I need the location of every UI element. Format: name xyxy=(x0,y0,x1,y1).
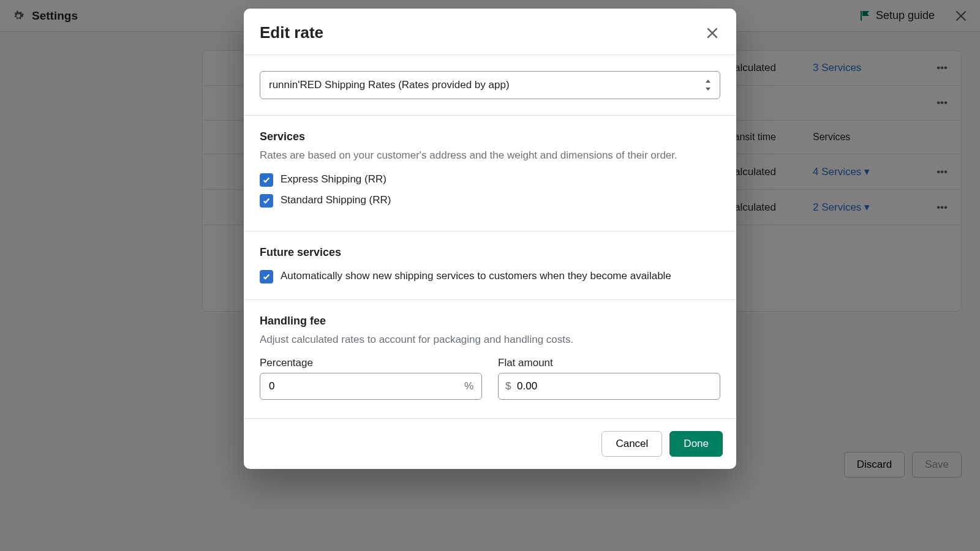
checkbox-label: Standard Shipping (RR) xyxy=(281,194,391,206)
service-checkbox-row[interactable]: Standard Shipping (RR) xyxy=(260,194,720,208)
close-icon[interactable] xyxy=(704,25,720,41)
future-services-section: Future services Automatically show new s… xyxy=(260,246,720,283)
checkbox-checked-icon[interactable] xyxy=(260,194,273,208)
section-subtitle: Rates are based on your customer's addre… xyxy=(260,148,720,163)
modal-header: Edit rate xyxy=(244,9,736,55)
rate-provider-select[interactable]: runnin'RED Shipping Rates (Rates provide… xyxy=(260,71,720,99)
done-button[interactable]: Done xyxy=(669,431,723,457)
select-value: runnin'RED Shipping Rates (Rates provide… xyxy=(260,71,720,99)
flat-amount-input[interactable] xyxy=(498,373,720,400)
modal-overlay: Edit rate runnin'RED Shipping Rates (Rat… xyxy=(0,0,980,551)
percent-symbol: % xyxy=(464,380,473,392)
modal-title: Edit rate xyxy=(260,23,323,42)
section-title: Services xyxy=(260,130,720,143)
percentage-label: Percentage xyxy=(260,357,482,369)
checkbox-label: Express Shipping (RR) xyxy=(281,173,386,186)
checkbox-checked-icon[interactable] xyxy=(260,173,273,187)
future-checkbox-row[interactable]: Automatically show new shipping services… xyxy=(260,270,720,283)
currency-symbol: $ xyxy=(505,380,511,392)
modal-footer: Cancel Done xyxy=(244,418,736,469)
cancel-button[interactable]: Cancel xyxy=(601,431,662,457)
section-title: Handling fee xyxy=(260,315,720,328)
section-title: Future services xyxy=(260,246,720,259)
checkbox-label: Automatically show new shipping services… xyxy=(281,270,671,282)
service-checkbox-row[interactable]: Express Shipping (RR) xyxy=(260,173,720,187)
services-section: Services Rates are based on your custome… xyxy=(260,130,720,215)
checkbox-checked-icon[interactable] xyxy=(260,270,273,283)
edit-rate-modal: Edit rate runnin'RED Shipping Rates (Rat… xyxy=(244,9,736,469)
flat-amount-label: Flat amount xyxy=(498,357,720,369)
percentage-input[interactable] xyxy=(260,373,482,400)
section-subtitle: Adjust calculated rates to account for p… xyxy=(260,332,720,348)
handling-fee-section: Handling fee Adjust calculated rates to … xyxy=(260,315,720,400)
